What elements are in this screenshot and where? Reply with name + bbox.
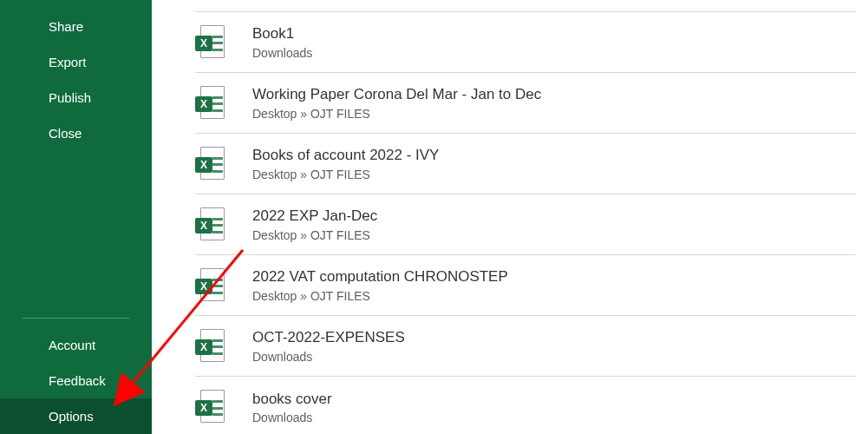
backstage-sidebar: Share Export Publish Close Account Feedb… (0, 0, 152, 434)
excel-file-icon: X (195, 329, 225, 364)
header-icon-col (195, 0, 252, 6)
sidebar-bottom-group: Account Feedback Options (0, 306, 152, 434)
app-root: Share Export Publish Close Account Feedb… (0, 0, 868, 434)
file-row[interactable]: X 2022 VAT computation CHRONOSTEP Deskto… (195, 255, 856, 316)
sidebar-item-label: Account (49, 338, 95, 352)
sidebar-item-label: Publish (49, 90, 91, 105)
file-list-header[interactable]: Name (195, 0, 856, 12)
sidebar-item-options[interactable]: Options (0, 398, 152, 434)
file-icon-col: X (195, 25, 252, 60)
file-meta: 2022 VAT computation CHRONOSTEP Desktop … (252, 267, 508, 302)
file-path: Downloads (252, 411, 332, 424)
file-path: Desktop » OJT FILES (252, 289, 508, 303)
sidebar-item-label: Export (49, 55, 86, 69)
file-icon-col: X (195, 329, 252, 364)
file-list: Name X Book1 Downloads X Working Paper C… (152, 0, 868, 434)
file-icon-col: X (195, 86, 252, 121)
file-meta: OCT-2022-EXPENSES Downloads (252, 328, 405, 363)
excel-file-icon: X (195, 86, 225, 121)
file-row[interactable]: X Working Paper Corona Del Mar - Jan to … (195, 73, 856, 134)
file-title: 2022 VAT computation CHRONOSTEP (252, 267, 508, 286)
excel-file-icon: X (195, 147, 225, 181)
file-meta: books cover Downloads (252, 390, 332, 424)
file-icon-col: X (195, 390, 252, 424)
file-row[interactable]: X 2022 EXP Jan-Dec Desktop » OJT FILES (195, 194, 856, 255)
sidebar-item-label: Feedback (49, 373, 106, 388)
sidebar-divider (23, 318, 129, 319)
file-title: Book1 (252, 24, 312, 43)
file-icon-col: X (195, 207, 252, 242)
sidebar-item-label: Close (49, 126, 82, 141)
sidebar-item-share[interactable]: Share (0, 9, 152, 44)
recent-files-panel: Name X Book1 Downloads X Working Paper C… (152, 0, 868, 434)
sidebar-item-export[interactable]: Export (0, 44, 152, 80)
sidebar-item-account[interactable]: Account (0, 327, 152, 363)
file-title: Books of account 2022 - IVY (252, 146, 439, 165)
file-meta: Books of account 2022 - IVY Desktop » OJ… (252, 146, 439, 181)
file-title: 2022 EXP Jan-Dec (252, 207, 377, 226)
file-title: OCT-2022-EXPENSES (252, 328, 405, 347)
file-path: Downloads (252, 46, 312, 60)
sidebar-top-group: Share Export Publish Close (0, 0, 152, 306)
sidebar-item-feedback[interactable]: Feedback (0, 363, 152, 398)
sidebar-item-publish[interactable]: Publish (0, 80, 152, 115)
file-title: books cover (252, 390, 332, 409)
file-meta: Book1 Downloads (252, 24, 312, 59)
file-row[interactable]: X Book1 Downloads (195, 12, 856, 73)
excel-file-icon: X (195, 268, 225, 303)
file-meta: 2022 EXP Jan-Dec Desktop » OJT FILES (252, 207, 377, 241)
file-icon-col: X (195, 147, 252, 181)
excel-file-icon: X (195, 207, 225, 242)
file-row[interactable]: X books cover Downloads (195, 377, 856, 434)
file-path: Desktop » OJT FILES (252, 107, 541, 121)
file-path: Desktop » OJT FILES (252, 168, 439, 181)
excel-file-icon: X (195, 25, 225, 60)
sidebar-item-label: Share (49, 19, 83, 34)
file-title: Working Paper Corona Del Mar - Jan to De… (252, 85, 541, 104)
file-row[interactable]: X Books of account 2022 - IVY Desktop » … (195, 134, 856, 194)
file-path: Desktop » OJT FILES (252, 228, 377, 242)
sidebar-item-label: Options (49, 409, 94, 424)
sidebar-item-close[interactable]: Close (0, 115, 152, 151)
excel-file-icon: X (195, 390, 225, 424)
file-path: Downloads (252, 350, 405, 364)
file-icon-col: X (195, 268, 252, 303)
file-row[interactable]: X OCT-2022-EXPENSES Downloads (195, 316, 856, 377)
file-meta: Working Paper Corona Del Mar - Jan to De… (252, 85, 541, 120)
